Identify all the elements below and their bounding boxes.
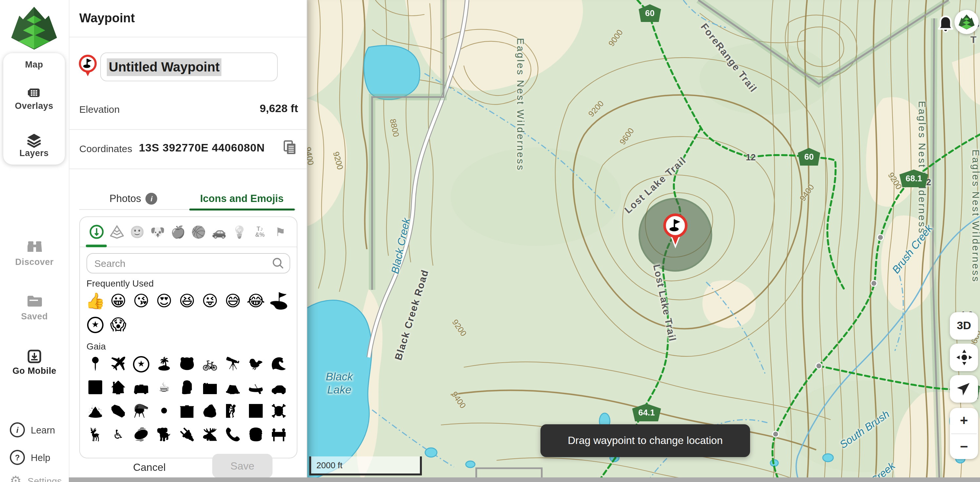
tab-icons-and-emojis[interactable]: Icons and Emojis [188, 188, 296, 209]
climbing-icon[interactable]: 🧗 [221, 399, 244, 423]
laughing-emoji[interactable]: 😆 [175, 289, 199, 313]
tab-photos[interactable]: Photos i [79, 188, 188, 209]
canoe-icon[interactable]: 🛶 [244, 376, 267, 399]
go-mobile-icon [0, 350, 69, 363]
dam-icon[interactable]: 🧱 [244, 399, 267, 423]
bus-icon[interactable]: 🚌 [130, 376, 153, 399]
sidebar-item-learn[interactable]: i Learn [10, 422, 55, 437]
symbols-category-icon[interactable]: T♪ &% [251, 222, 269, 242]
basemap-button[interactable] [955, 10, 979, 34]
cemetery-icon[interactable]: ⚰️ [107, 399, 130, 423]
deer-icon[interactable]: 🦌 [84, 423, 107, 447]
disc-golf-icon[interactable]: 🥏 [130, 423, 153, 447]
coordinates-label: Coordinates [79, 143, 132, 154]
star-circle-icon[interactable]: ★ [84, 313, 107, 337]
chemistry-icon[interactable]: ⚗️ [130, 399, 153, 423]
dog-park-icon[interactable]: 🐕 [153, 423, 175, 447]
objects-category-icon[interactable]: 💡 [231, 222, 248, 242]
grinning-emoji[interactable]: 😀 [107, 289, 130, 313]
sweat-smile-emoji[interactable]: 😅 [221, 289, 244, 313]
emergency-phone-icon[interactable]: 📞 [221, 423, 244, 447]
map-canvas[interactable]: Eagles Nest Wilderness Eagles Nest Wilde… [307, 0, 980, 482]
notifications-bell-icon[interactable] [937, 14, 955, 34]
zoom-out-button[interactable]: − [950, 434, 978, 459]
ev-charging-icon[interactable]: 🔌 [175, 423, 199, 447]
food-category-icon[interactable]: 🍎 [170, 222, 187, 242]
heart-eyes-emoji[interactable]: 😍 [153, 289, 175, 313]
travel-category-icon[interactable]: 🚗 [211, 222, 228, 242]
cave-icon[interactable]: ⛰️ [84, 399, 107, 423]
discover-icon [0, 240, 69, 253]
star-circle-icon[interactable]: ★ [130, 352, 153, 376]
thumbs-up-emoji[interactable]: 👍 [84, 289, 107, 313]
copy-icon[interactable] [284, 140, 296, 155]
sidebar-nav-card: Map Overlays Layers [3, 53, 65, 164]
horizontal-scrollbar[interactable] [69, 477, 980, 482]
three-d-button[interactable]: 3D [950, 312, 978, 340]
animals-category-icon[interactable]: 🐶 [149, 222, 166, 242]
gaia-category-icon[interactable] [108, 222, 125, 242]
waypoint-marker-icon[interactable] [78, 54, 98, 80]
sidebar-item-go-mobile[interactable]: Go Mobile [0, 366, 69, 376]
layers-icon [3, 132, 65, 148]
bear-icon[interactable]: 🐻 [175, 352, 199, 376]
search-input[interactable] [86, 253, 290, 273]
bridge-icon[interactable]: 🌉 [84, 376, 107, 399]
activities-category-icon[interactable]: 🏀 [190, 222, 207, 242]
save-button[interactable]: Save [212, 454, 272, 478]
rapids-icon[interactable]: 🌊 [267, 352, 290, 376]
airplane-icon[interactable]: ✈️ [107, 352, 130, 376]
cliff-icon[interactable]: 🪨 [199, 399, 221, 423]
navigate-button[interactable] [950, 375, 978, 403]
recent-category-icon[interactable] [88, 222, 105, 242]
car-icon[interactable]: 🚗 [267, 376, 290, 399]
scream-emoji[interactable]: 😱 [107, 313, 130, 337]
joy-emoji[interactable]: 😂 [244, 289, 267, 313]
danger-icon[interactable]: ☠️ [267, 399, 290, 423]
accessible-icon[interactable]: ♿ [107, 423, 130, 447]
info-icon: i [10, 422, 25, 437]
sidebar-item-settings[interactable]: ⚙ Settings [10, 475, 62, 482]
kiss-emoji[interactable]: 😘 [130, 289, 153, 313]
tab-bar: Photos i Icons and Emojis [79, 188, 296, 210]
navigation-arrow-icon [955, 380, 972, 397]
waypoint-name-input[interactable]: Untitled Waypoint [100, 53, 278, 81]
gaia-logo[interactable] [11, 5, 58, 52]
sidebar-item-help[interactable]: ? Help [10, 450, 51, 465]
bird-icon[interactable]: 🐦 [244, 352, 267, 376]
cafe-icon[interactable]: ☕ [153, 376, 175, 399]
sidebar-item-discover[interactable]: Discover [0, 257, 69, 267]
cairn-icon[interactable]: 🗿 [175, 376, 199, 399]
cabin-icon[interactable]: 🏠 [107, 376, 130, 399]
sidebar-item-map[interactable]: Map [3, 60, 65, 70]
fence-icon[interactable]: 🚧 [267, 423, 290, 447]
gaia-icons-grid: 📍✈️★🏝️🐻🚲🔭🐦🌊🌉🏠🚌☕🗿📷⛺🛶🚗⛰️⚰️⚗️⚫🏢🪨🧗🧱☠️🦌♿🥏🐕🔌🫎📞… [80, 352, 297, 447]
circle-icon[interactable]: ⚫ [153, 399, 175, 423]
sidebar-item-overlays[interactable]: Overlays [3, 101, 65, 111]
panel-title: Waypoint [79, 11, 135, 26]
emoji-category-bar: 🙂 🐶 🍎 🏀 🚗 💡 T♪ &% ⚑ [80, 217, 297, 247]
location-pin-icon[interactable]: 📍 [84, 352, 107, 376]
bike-icon[interactable]: 🚲 [199, 352, 221, 376]
zoom-control: + − [950, 408, 978, 459]
smileys-category-icon[interactable]: 🙂 [129, 222, 146, 242]
gaia-section-title: Gaia [86, 341, 297, 351]
elk-icon[interactable]: 🫎 [199, 423, 221, 447]
city-icon[interactable]: 🏢 [175, 399, 199, 423]
sidebar-item-layers[interactable]: Layers [3, 148, 65, 158]
fast-food-icon[interactable]: 🍔 [244, 423, 267, 447]
beach-icon[interactable]: 🏝️ [153, 352, 175, 376]
golf-flag-icon[interactable]: ⛳ [267, 289, 290, 313]
zoom-in-button[interactable]: + [950, 408, 978, 433]
campsite-icon[interactable]: ⛺ [221, 376, 244, 399]
info-icon[interactable]: i [146, 193, 158, 204]
waypoint-panel: Waypoint Untitled Waypoint Elevation 9,6… [69, 0, 307, 482]
binoculars-icon[interactable]: 🔭 [221, 352, 244, 376]
help-icon: ? [10, 450, 25, 465]
locate-button[interactable] [950, 344, 978, 371]
camera-icon[interactable]: 📷 [199, 376, 221, 399]
sidebar-item-saved[interactable]: Saved [0, 311, 69, 321]
winking-tongue-emoji[interactable]: 😜 [199, 289, 221, 313]
flags-category-icon[interactable]: ⚑ [272, 222, 289, 242]
cancel-button[interactable]: Cancel [113, 457, 185, 478]
